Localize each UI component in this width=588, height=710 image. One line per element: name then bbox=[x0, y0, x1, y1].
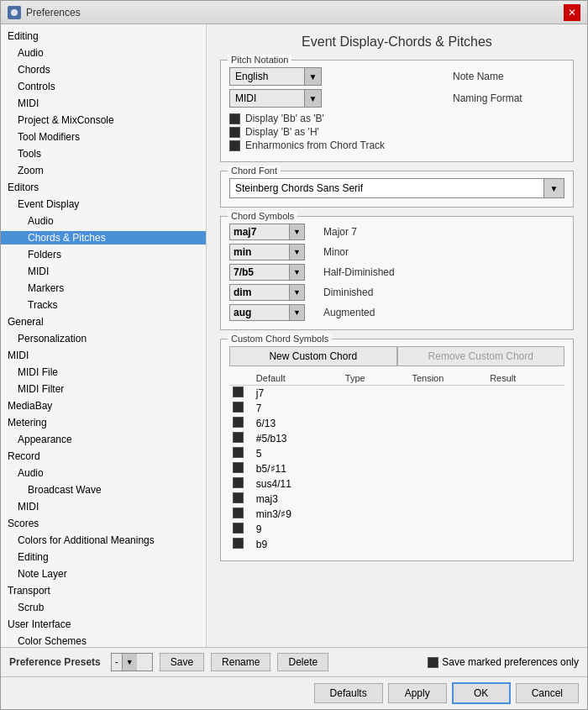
sidebar-item-appearance[interactable]: Appearance bbox=[1, 431, 206, 448]
delete-button[interactable]: Delete bbox=[277, 653, 328, 671]
language-dropdown-arrow[interactable]: ▼ bbox=[304, 68, 321, 85]
sidebar-item-user-interface[interactable]: User Interface bbox=[1, 616, 206, 633]
chord-checkbox[interactable] bbox=[233, 387, 244, 397]
sidebar-item-transport[interactable]: Transport bbox=[1, 582, 206, 599]
defaults-button[interactable]: Defaults bbox=[314, 683, 383, 703]
chord-checkbox[interactable] bbox=[233, 492, 244, 503]
chord-checkbox[interactable] bbox=[233, 432, 244, 443]
ok-button[interactable]: OK bbox=[452, 682, 511, 704]
preset-arrow[interactable]: ▼ bbox=[122, 654, 137, 671]
sidebar-item-label: Folders bbox=[1, 248, 206, 261]
sidebar-item-rec-audio[interactable]: Audio bbox=[1, 465, 206, 481]
checkbox-enharmonics[interactable] bbox=[229, 140, 240, 151]
table-row[interactable]: j7 bbox=[229, 386, 564, 402]
table-row[interactable]: 9 bbox=[229, 522, 564, 537]
chord-checkbox[interactable] bbox=[233, 417, 244, 428]
sidebar-item-editors[interactable]: Editors bbox=[1, 179, 206, 196]
chord-sym-arrow[interactable]: ▼ bbox=[289, 245, 304, 260]
table-row[interactable]: 5 bbox=[229, 446, 564, 461]
sidebar-item-folders[interactable]: Folders bbox=[1, 246, 206, 263]
sidebar-item-tools[interactable]: Tools bbox=[1, 145, 206, 162]
svg-point-0 bbox=[11, 9, 18, 16]
sidebar-item-chords[interactable]: Chords bbox=[1, 61, 206, 78]
table-row[interactable]: b5/♯11 bbox=[229, 461, 564, 476]
chord-font-value: Steinberg Chords Sans Serif bbox=[230, 182, 543, 194]
chord-checkbox[interactable] bbox=[233, 447, 244, 458]
sidebar-item-scores[interactable]: Scores bbox=[1, 515, 206, 532]
sidebar-item-broadcast-wave[interactable]: Broadcast Wave bbox=[1, 481, 206, 498]
title-bar: Preferences ✕ bbox=[1, 1, 587, 24]
chord-sym-arrow[interactable]: ▼ bbox=[289, 305, 304, 320]
sidebar-item-tool-modifiers[interactable]: Tool Modifiers bbox=[1, 129, 206, 145]
sidebar-item-personalization[interactable]: Personalization bbox=[1, 330, 206, 347]
sidebar-item-tracks[interactable]: Tracks bbox=[1, 297, 206, 313]
chord-sym-arrow[interactable]: ▼ bbox=[289, 224, 304, 239]
sidebar-item-scrub[interactable]: Scrub bbox=[1, 599, 206, 616]
chord-font-dropdown[interactable]: Steinberg Chords Sans Serif ▼ bbox=[229, 178, 564, 198]
chord-sym-min[interactable]: min ▼ bbox=[229, 244, 313, 260]
sidebar-item-label: Editors bbox=[1, 181, 206, 194]
close-button[interactable]: ✕ bbox=[564, 4, 580, 21]
table-row[interactable]: #5/b13 bbox=[229, 431, 564, 446]
checkbox-b-label: Display 'B' as 'H' bbox=[245, 126, 319, 138]
sidebar-item-midi[interactable]: MIDI bbox=[1, 95, 206, 112]
sidebar-item-label: Chords & Pitches bbox=[1, 231, 206, 245]
remove-custom-chord-button[interactable]: Remove Custom Chord bbox=[397, 346, 565, 366]
rename-button[interactable]: Rename bbox=[211, 653, 270, 671]
sidebar-item-mediabay[interactable]: MediaBay bbox=[1, 397, 206, 414]
sidebar-item-chords-pitches[interactable]: Chords & Pitches bbox=[1, 229, 206, 246]
chord-checkbox[interactable] bbox=[233, 523, 244, 534]
chord-sym-arrow[interactable]: ▼ bbox=[289, 265, 304, 280]
sidebar-item-general[interactable]: General bbox=[1, 313, 206, 330]
sidebar-item-audio[interactable]: Audio bbox=[1, 45, 206, 61]
table-row[interactable]: 7 bbox=[229, 401, 564, 416]
table-row[interactable]: 6/13 bbox=[229, 416, 564, 431]
chord-checkbox[interactable] bbox=[233, 477, 244, 488]
chord-checkbox[interactable] bbox=[233, 462, 244, 473]
sidebar-item-color-schemes[interactable]: Color Schemes bbox=[1, 633, 206, 647]
chord-sym-arrow[interactable]: ▼ bbox=[289, 285, 304, 300]
sidebar-item-colors-meanings[interactable]: Colors for Additional Meanings bbox=[1, 532, 206, 549]
midi-dropdown[interactable]: MIDI ▼ bbox=[229, 89, 322, 108]
sidebar-item-project-mixconsole[interactable]: Project & MixConsole bbox=[1, 112, 206, 129]
sidebar-item-record[interactable]: Record bbox=[1, 448, 206, 465]
save-button[interactable]: Save bbox=[160, 653, 204, 671]
chord-sym-dim[interactable]: dim ▼ bbox=[229, 284, 313, 301]
sidebar-item-event-display[interactable]: Event Display bbox=[1, 196, 206, 213]
sidebar-item-controls[interactable]: Controls bbox=[1, 78, 206, 95]
sidebar-item-midi-filter[interactable]: MIDI Filter bbox=[1, 381, 206, 397]
chord-checkbox[interactable] bbox=[233, 538, 244, 549]
sidebar-item-sc-editing[interactable]: Editing bbox=[1, 549, 206, 565]
checkbox-bb[interactable] bbox=[229, 113, 240, 124]
new-custom-chord-button[interactable]: New Custom Chord bbox=[229, 346, 397, 366]
chord-font-arrow[interactable]: ▼ bbox=[543, 179, 564, 197]
chord-checkbox[interactable] bbox=[233, 402, 244, 413]
table-row[interactable]: maj3 bbox=[229, 492, 564, 507]
chord-sym-aug[interactable]: aug ▼ bbox=[229, 304, 313, 321]
checkbox-b[interactable] bbox=[229, 127, 240, 138]
apply-button[interactable]: Apply bbox=[388, 683, 447, 703]
sidebar-item-metering[interactable]: Metering bbox=[1, 414, 206, 431]
chord-sym-7/b5[interactable]: 7/b5 ▼ bbox=[229, 264, 313, 281]
chord-sym-maj7[interactable]: maj7 ▼ bbox=[229, 224, 313, 240]
sidebar-item-midi-root[interactable]: MIDI bbox=[1, 347, 206, 364]
sidebar-item-note-layer[interactable]: Note Layer bbox=[1, 565, 206, 582]
sidebar-item-markers[interactable]: Markers bbox=[1, 280, 206, 297]
cancel-button[interactable]: Cancel bbox=[516, 683, 579, 703]
chord-checkbox[interactable] bbox=[233, 508, 244, 518]
sidebar-item-ed-midi[interactable]: MIDI bbox=[1, 263, 206, 280]
table-row[interactable]: sus4/11 bbox=[229, 476, 564, 492]
sidebar-item-zoom[interactable]: Zoom bbox=[1, 162, 206, 179]
preset-dropdown[interactable]: - ▼ bbox=[111, 653, 153, 671]
language-dropdown[interactable]: English ▼ bbox=[229, 67, 322, 86]
table-row[interactable]: min3/♯9 bbox=[229, 507, 564, 522]
sidebar-item-label: Personalization bbox=[1, 332, 206, 345]
sidebar-item-midi-file[interactable]: MIDI File bbox=[1, 364, 206, 381]
sidebar-item-rec-midi[interactable]: MIDI bbox=[1, 498, 206, 515]
sidebar-item-label: Event Display bbox=[1, 197, 206, 211]
sidebar-item-ed-audio[interactable]: Audio bbox=[1, 213, 206, 229]
save-marked-checkbox[interactable] bbox=[428, 657, 438, 668]
midi-dropdown-arrow[interactable]: ▼ bbox=[304, 90, 321, 107]
table-row[interactable]: b9 bbox=[229, 537, 564, 552]
sidebar-item-editing[interactable]: Editing bbox=[1, 28, 206, 45]
